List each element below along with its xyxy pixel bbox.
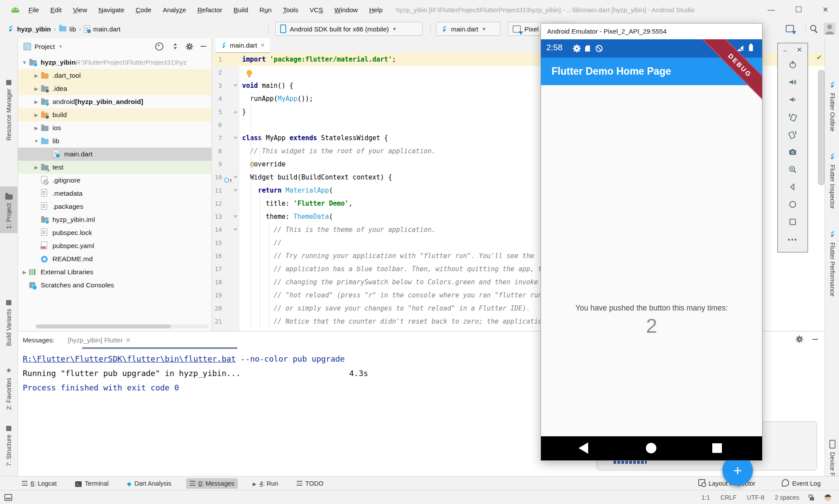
tool-strip-flutter-performance[interactable]: Flutter Performance: [825, 231, 839, 297]
tree-item-ios[interactable]: ▶ios: [17, 121, 211, 135]
tree-arrow-icon[interactable]: ▶: [31, 69, 41, 82]
tree-item-lib[interactable]: ▼lib: [17, 135, 211, 148]
project-view-title[interactable]: Project: [35, 43, 55, 50]
menu-help[interactable]: Help: [364, 0, 388, 20]
run-config-selector[interactable]: main.dart ▼: [436, 22, 500, 36]
emulator-volume-up-button[interactable]: [788, 74, 798, 91]
fold-icon[interactable]: [233, 189, 238, 192]
close-icon[interactable]: ✕: [260, 42, 265, 48]
emulator-minimize-button[interactable]: –: [784, 46, 787, 54]
tree-item-test[interactable]: ▶test: [17, 161, 211, 174]
profile-button[interactable]: [824, 23, 836, 36]
fold-icon[interactable]: [233, 176, 238, 179]
menu-run[interactable]: Run: [254, 0, 277, 20]
emulator-title-bar[interactable]: Android Emulator - Pixel_2_API_29:5554: [541, 24, 762, 39]
tree-item--metadata[interactable]: .metadata: [17, 187, 211, 200]
breadcrumb-project[interactable]: hyzp_yibin: [17, 25, 51, 33]
tool-strip-resource-manager[interactable]: Resource Manager: [0, 76, 17, 141]
tree-item-readme-md[interactable]: README.md: [17, 252, 211, 266]
hide-panel-icon[interactable]: [812, 339, 818, 340]
tool-strip-flutter-inspector[interactable]: Flutter Inspector: [825, 153, 839, 209]
toolwindow-button-0-messages[interactable]: 0: Messages: [186, 478, 238, 489]
menu-file[interactable]: File: [23, 0, 45, 20]
tool-strip-2-favorites[interactable]: ★2: Favorites: [0, 364, 17, 410]
breadcrumb-lib[interactable]: lib: [69, 25, 76, 33]
status-crlf[interactable]: CRLF: [721, 494, 737, 501]
tree-item--dart-tool[interactable]: ▶.dart_tool: [17, 69, 211, 82]
sdk-manager-button[interactable]: [786, 25, 794, 34]
tool-strip-1-project[interactable]: 1: Project: [0, 186, 17, 233]
tool-strip-7-structure[interactable]: 7: Structure: [0, 422, 17, 466]
emulator-camera-button[interactable]: [788, 144, 798, 161]
file-link[interactable]: R:\Flutter\FlutterSDK\flutter\bin\flutte…: [23, 354, 236, 363]
messages-tab-flutter[interactable]: [hyzp_yibin] Flutter✕: [68, 336, 131, 344]
emulator-overview-button[interactable]: [788, 214, 798, 231]
fold-icon[interactable]: [233, 228, 238, 231]
toolwindow-button-dart-analysis[interactable]: ◆Dart Analysis: [123, 478, 175, 489]
tree-arrow-icon[interactable]: ▼: [31, 135, 41, 148]
tree-item-external-libraries[interactable]: ▶External Libraries: [17, 266, 211, 279]
menu-refactor[interactable]: Refactor: [192, 0, 228, 20]
menu-code[interactable]: Code: [130, 0, 157, 20]
tree-item--packages[interactable]: .packages: [17, 200, 211, 213]
status-2-spaces[interactable]: 2 spaces: [775, 494, 799, 501]
menu-tools[interactable]: Tools: [277, 0, 304, 20]
gear-icon[interactable]: [187, 44, 192, 49]
tree-arrow-icon[interactable]: ▶: [31, 82, 41, 95]
emulator-home-button[interactable]: [788, 196, 798, 214]
editor-tab-main-dart[interactable]: main.dart ✕: [215, 38, 270, 54]
hide-panel-icon[interactable]: [201, 46, 206, 47]
collapse-all-icon[interactable]: [172, 43, 178, 49]
tree-arrow-icon[interactable]: ▶: [31, 121, 41, 135]
tree-arrow-icon[interactable]: ▶: [31, 161, 41, 174]
status-utf-8[interactable]: UTF-8: [747, 494, 764, 501]
nav-back-button[interactable]: [579, 442, 588, 454]
close-button[interactable]: ✕: [812, 5, 839, 14]
search-everywhere-button[interactable]: [810, 24, 818, 34]
gear-icon[interactable]: [797, 337, 802, 342]
nav-overview-button[interactable]: [712, 443, 722, 453]
emulator-back-button[interactable]: [788, 179, 798, 196]
status-1-1[interactable]: 1:1: [701, 494, 710, 501]
emulator-volume-down-button[interactable]: [788, 91, 798, 109]
emulator-more-button[interactable]: •••: [788, 231, 798, 249]
menu-navigate[interactable]: Navigate: [93, 0, 130, 20]
tool-window-toggle-icon[interactable]: [4, 494, 12, 501]
tree-item-main-dart[interactable]: main.dart: [17, 148, 211, 161]
emulator-zoom-in-button[interactable]: [788, 161, 798, 179]
emulator-close-button[interactable]: ✕: [797, 46, 802, 54]
menu-analyze[interactable]: Analyze: [157, 0, 191, 20]
tree-item-pubspec-yaml[interactable]: YMLpubspec.yaml: [17, 239, 211, 252]
nav-home-button[interactable]: [646, 443, 656, 453]
tree-arrow-icon[interactable]: ▶: [31, 108, 41, 121]
fold-icon[interactable]: [233, 84, 238, 87]
tool-strip-flutter-outline[interactable]: Flutter Outline: [825, 82, 839, 131]
device-selector[interactable]: Android SDK built for x86 (mobile) ▼: [275, 22, 423, 36]
toolwindow-button-event-log[interactable]: Event Log: [778, 478, 824, 489]
emulator-rotate-right-button[interactable]: [788, 126, 798, 144]
tree-item-android[interactable]: ▶android [hyzp_yibin_android]: [17, 95, 211, 108]
intention-bulb-icon[interactable]: [246, 70, 252, 76]
tree-item--idea[interactable]: ▶.idea: [17, 82, 211, 95]
lock-icon[interactable]: [810, 497, 814, 501]
emulator-rotate-left-button[interactable]: [788, 109, 798, 126]
restore-button[interactable]: [785, 6, 812, 14]
toolwindow-button-todo[interactable]: TODO: [293, 478, 327, 489]
fold-icon[interactable]: [233, 215, 238, 218]
tree-item--gitignore[interactable]: .gitignore: [17, 174, 211, 187]
fold-icon[interactable]: [233, 110, 238, 113]
horizontal-scrollbar[interactable]: [36, 324, 209, 328]
updates-icon[interactable]: [825, 494, 831, 501]
close-icon[interactable]: ✕: [125, 336, 131, 344]
tree-item-hyzp-yibin[interactable]: ▼hyzp_yibin R:\FlutterProject\FlutterPro…: [17, 56, 211, 69]
tool-strip-build-variants[interactable]: Build Variants: [0, 297, 17, 346]
menu-build[interactable]: Build: [228, 0, 253, 20]
tree-item-build[interactable]: ▶build: [17, 108, 211, 121]
toolwindow-button-6-logcat[interactable]: 6: Logcat: [18, 478, 60, 489]
tree-item-pubspec-lock[interactable]: pubspec.lock: [17, 226, 211, 239]
tree-arrow-icon[interactable]: ▶: [31, 95, 41, 108]
fold-icon[interactable]: [233, 137, 238, 139]
editor-scrollbar[interactable]: [818, 70, 825, 185]
tree-item-hyzp-yibin-iml[interactable]: hyzp_yibin.iml: [17, 213, 211, 226]
menu-view[interactable]: View: [67, 0, 93, 20]
